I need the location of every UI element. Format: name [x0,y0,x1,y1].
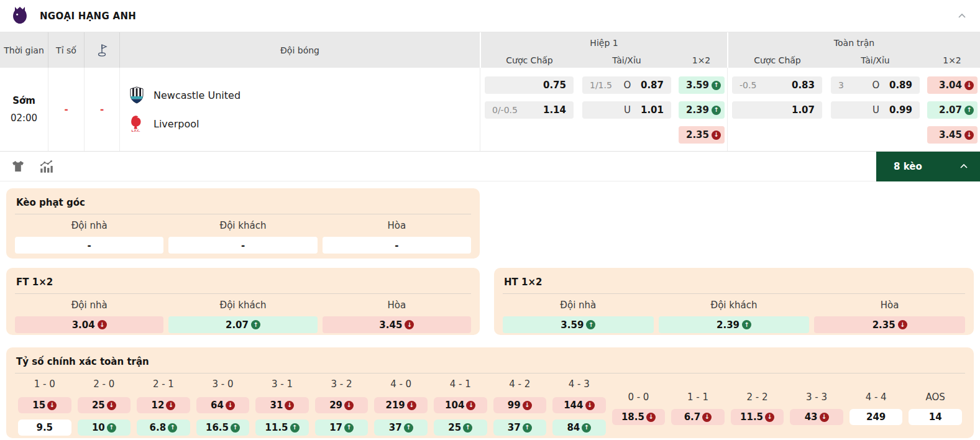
score-bottom-odds-cell[interactable]: 37 [493,419,547,436]
h1-1x2-away-bet[interactable]: 2.39 [679,101,725,119]
score-bottom-odds-cell[interactable]: 25 [434,419,487,436]
score-top-odds-cell[interactable]: 144 [552,397,606,413]
h1-handicap-home-bet[interactable]: 0.75 [485,76,574,94]
score-odds-cell[interactable]: 11.5 [731,409,784,425]
ft-1x2-home-bet[interactable]: 3.04 [927,76,978,94]
ft-1x2-draw-bet[interactable]: 3.45 [927,126,978,144]
away-team-row[interactable]: L.F.C. Liverpool [129,115,480,132]
odds-value: 12 [151,400,164,411]
score-bottom-odds-cell[interactable]: 16.5 [196,419,250,436]
score-bottom-odds-cell[interactable]: 11.5 [255,419,309,436]
score-column: 1 - 1 6.7 [668,392,728,436]
score-label: 3 - 1 [255,378,309,391]
score-bottom-odds-cell[interactable]: 9.5 [18,419,71,436]
h1-under-bet[interactable]: U 1.01 [582,101,671,119]
score-odds-cell[interactable]: 6.7 [671,409,725,425]
score-top-odds-cell[interactable]: 29 [315,397,369,413]
ou-side: U [620,104,635,116]
h1-1x2-draw-bet[interactable]: 2.35 [679,126,725,144]
h1-overunder-column: 1/1.5 O 0.87 U 1.01 [578,68,675,151]
odds-value: 2.39 [717,319,740,331]
col-header-time: Thời gian [0,32,48,68]
odds-value: 37 [508,422,521,433]
corner-odds-card: Kèo phạt góc Đội nhà - Đội khách - Hòa - [6,188,480,259]
score-bottom-odds-cell[interactable]: 17 [315,419,369,436]
handicap-line: 0/-0.5 [492,105,518,115]
score-odds-cell[interactable]: 14 [909,409,962,425]
score-label: 4 - 0 [374,378,428,391]
trend-arrow-icon [964,131,974,140]
corner-home-header: Đội nhà [15,220,163,231]
h1-handicap-column: 0.75 0/-0.5 1.14 [480,68,578,151]
score-top-odds-cell[interactable]: 31 [255,397,309,413]
ft-1x2-away-bet[interactable]: 2.07 [927,101,978,119]
subheader-h1-overunder: Tài/Xỉu [578,53,675,68]
score-odds-cell[interactable]: 18.5 [612,409,666,425]
group-header-fulltime: Toàn trận [727,32,980,53]
league-collapse-button[interactable] [955,9,969,23]
ft-home-odds-cell[interactable]: 3.04 [15,316,163,333]
ht-draw-odds-cell[interactable]: 2.35 [814,316,965,333]
trend-arrow-icon [712,106,721,115]
score-top-odds-cell[interactable]: 104 [434,397,487,413]
score-top-odds-cell[interactable]: 12 [137,397,190,413]
ht-card-title: HT 1×2 [503,274,965,294]
odds-value: 18.5 [621,411,644,423]
odds-value: 64 [211,400,224,411]
subheader-ft-handicap: Cược Chấp [727,53,827,68]
ft-draw-odds-cell[interactable]: 3.45 [323,316,471,333]
ft-away-odds-cell[interactable]: 2.07 [168,316,317,333]
odds-value: 249 [866,411,886,423]
ft-over-bet[interactable]: 3 O 0.89 [831,76,920,94]
trend-arrow-icon [463,423,472,433]
score-column: 4 - 4 249 [846,392,906,436]
score-odds-cell[interactable]: 43 [790,409,843,425]
score-bottom-odds-cell[interactable]: 37 [374,419,428,436]
h1-over-bet[interactable]: 1/1.5 O 0.87 [582,76,671,94]
markets-count-button[interactable]: 8 kèo [876,152,980,181]
score-top-odds-cell[interactable]: 15 [18,397,71,413]
trend-arrow-icon [168,423,177,433]
ft-under-bet[interactable]: U 0.99 [831,101,920,119]
score-column: 2 - 0 25 10 [75,378,134,436]
score-column: 2 - 1 12 6.8 [134,378,193,436]
h1-1x2-home-bet[interactable]: 3.59 [679,76,725,94]
ft-handicap-away-bet[interactable]: 1.07 [732,101,822,119]
score-bottom-odds-cell[interactable]: 84 [552,419,606,436]
odds-value: 104 [445,400,464,411]
score-bottom-odds-cell[interactable]: 6.8 [137,419,190,436]
ht-away-odds-cell[interactable]: 2.39 [659,316,810,333]
odds-value: 2.39 [686,104,709,116]
ou-odds: 0.87 [635,80,664,91]
lineup-button[interactable] [9,157,27,176]
score-top-odds-cell[interactable]: 25 [78,397,131,413]
odds-value: 3.59 [686,80,709,91]
score-top-odds-cell[interactable]: 99 [493,397,547,413]
match-kickoff-time: 02:00 [11,112,37,124]
ft-handicap-home-bet[interactable]: -0.5 0.83 [732,76,822,94]
ht-home-odds-cell[interactable]: 3.59 [503,316,654,333]
score-bottom-odds-cell[interactable]: 10 [78,419,131,436]
score-label: AOS [909,392,962,404]
score-top-odds-cell[interactable]: 219 [374,397,428,413]
premier-league-logo-icon [9,5,31,27]
home-team-row[interactable]: Newcastle United [129,86,480,104]
trend-arrow-icon [765,413,774,422]
odds-value: 15 [32,400,45,411]
trend-arrow-icon [226,401,235,410]
odds-value: 31 [270,400,283,411]
score-label: 3 - 0 [196,378,250,391]
score-column: 3 - 3 43 [787,392,846,436]
markets-area: Kèo phạt góc Đội nhà - Đội khách - Hòa -… [0,181,980,438]
odds-value: 144 [564,400,583,411]
league-title: NGOẠI HẠNG ANH [40,11,136,22]
odds-value: 14 [929,411,942,423]
score-label: 4 - 2 [493,378,547,391]
h1-handicap-away-bet[interactable]: 0/-0.5 1.14 [485,101,574,119]
ft-away-header: Đội khách [168,300,317,311]
score-top-odds-cell[interactable]: 64 [196,397,250,413]
ft-handicap-column: -0.5 0.83 1.07 [727,68,827,151]
stats-button[interactable] [37,157,56,176]
score-label: 3 - 2 [315,378,369,391]
score-odds-cell[interactable]: 249 [849,409,903,425]
